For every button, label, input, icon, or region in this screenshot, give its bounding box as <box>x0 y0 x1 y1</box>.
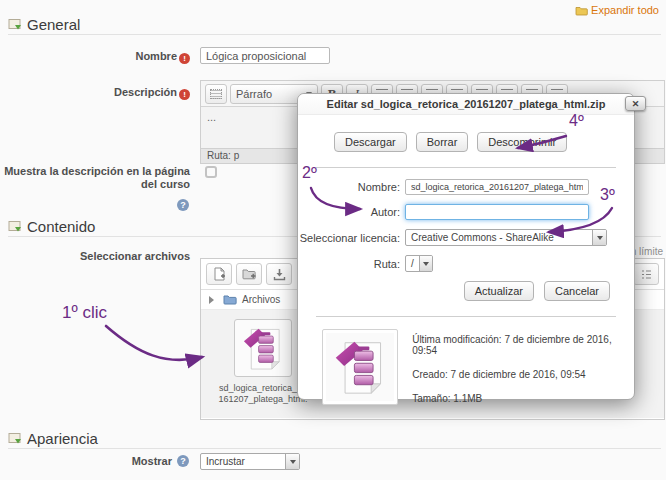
section-collapse-icon <box>8 220 23 233</box>
file-modified-text: Última modificación: 7 de diciembre de 2… <box>412 334 634 356</box>
modal-nombre-input[interactable] <box>405 179 589 195</box>
mostrar-select[interactable]: Incrustar <box>200 453 300 470</box>
section-header-apariencia[interactable]: Apariencia <box>8 430 98 447</box>
borrar-button[interactable]: Borrar <box>416 132 469 152</box>
file-created-text: Creado: 7 de diciembre de 2016, 09:54 <box>412 369 634 380</box>
view-mode-toggle-button[interactable] <box>633 263 659 285</box>
create-folder-icon <box>242 268 257 280</box>
modal-ruta-row: Ruta: / <box>298 255 634 272</box>
file-size-text: Tamaño: 1.1MB <box>412 393 634 404</box>
zip-file-icon <box>241 325 285 372</box>
mostrar-select-value: Incrustar <box>201 456 285 467</box>
descripcion-label-text: Descripción <box>114 86 177 98</box>
required-icon <box>179 53 190 64</box>
modal-autor-input[interactable] <box>405 204 589 220</box>
section-title-general: General <box>27 16 80 33</box>
licencia-select-value: Creative Commons - ShareAlike <box>406 232 592 243</box>
toolbar-toggle-button[interactable] <box>205 84 227 104</box>
file-name-line2: 161207_platega_html. <box>217 394 309 405</box>
zip-file-name: sd_logica_retorica_20 161207_platega_htm… <box>217 383 309 405</box>
create-folder-button[interactable] <box>236 263 262 285</box>
file-name-line1: sd_logica_retorica_20 <box>217 383 309 394</box>
file-info: Última modificación: 7 de diciembre de 2… <box>412 329 634 417</box>
annotation-arrow-step1 <box>106 326 202 360</box>
annotation-step1-label: 1º clic <box>62 303 107 323</box>
section-collapse-icon <box>8 18 23 31</box>
folder-icon <box>223 294 237 305</box>
zip-file-tile[interactable]: sd_logica_retorica_20 161207_platega_htm… <box>217 319 309 405</box>
mostrar-label: Mostrar <box>0 455 172 467</box>
chevron-down-icon <box>419 256 432 271</box>
modal-title: Editar sd_logica_retorica_20161207_plate… <box>298 94 634 115</box>
modal-action-buttons: Descargar Borrar Descomprimir <box>334 132 634 152</box>
zip-file-card[interactable] <box>234 319 292 377</box>
modal-licencia-row: Seleccionar licencia: Creative Commons -… <box>298 229 634 246</box>
chevron-down-icon <box>592 230 606 245</box>
modal-close-button[interactable]: ✕ <box>625 96 646 111</box>
modal-nombre-label: Nombre: <box>298 181 400 193</box>
zip-file-icon <box>332 337 388 397</box>
ruta-select[interactable]: / <box>405 255 433 272</box>
required-icon <box>179 89 190 100</box>
cancelar-button[interactable]: Cancelar <box>544 281 610 301</box>
section-divider <box>8 34 661 35</box>
tree-expand-icon[interactable] <box>209 296 218 304</box>
help-icon[interactable] <box>177 455 189 467</box>
file-thumbnail <box>322 329 398 405</box>
chevron-down-icon <box>285 454 299 469</box>
descripcion-field-label: Descripción <box>0 86 190 100</box>
show-description-checkbox[interactable] <box>205 166 217 178</box>
show-description-label: Muestra la descripción en la página del … <box>0 165 190 191</box>
modal-confirm-buttons: Actualizar Cancelar <box>298 281 610 301</box>
section-divider <box>8 448 661 449</box>
expand-all-link[interactable]: Expandir todo <box>575 4 659 16</box>
modal-licencia-label: Seleccionar licencia: <box>298 232 400 244</box>
section-collapse-icon <box>8 432 23 445</box>
expand-all-label: Expandir todo <box>591 4 659 16</box>
file-preview-section: Última modificación: 7 de diciembre de 2… <box>322 329 634 417</box>
list-view-icon <box>640 269 653 280</box>
tree-root-label: Archivos <box>242 294 280 305</box>
download-icon <box>273 268 286 281</box>
modal-divider <box>316 167 616 168</box>
add-file-icon <box>213 267 226 281</box>
ruta-select-value: / <box>406 258 419 269</box>
moodle-edit-resource-page: Expandir todo General Nombre Descripción… <box>0 0 666 480</box>
edit-file-modal: Editar sd_logica_retorica_20161207_plate… <box>297 93 635 400</box>
help-icon[interactable] <box>177 199 189 211</box>
add-file-button[interactable] <box>206 263 232 285</box>
modal-divider <box>316 316 616 317</box>
section-title-contenido: Contenido <box>27 218 95 235</box>
nombre-label-text: Nombre <box>135 50 177 62</box>
download-all-button[interactable] <box>266 263 292 285</box>
nombre-input[interactable] <box>200 47 330 64</box>
modal-ruta-label: Ruta: <box>298 258 400 270</box>
descargar-button[interactable]: Descargar <box>334 132 407 152</box>
toolbar-toggle-icon <box>210 89 222 99</box>
modal-nombre-row: Nombre: <box>298 179 634 195</box>
paragraph-format-value: Párrafo <box>236 88 272 100</box>
modal-autor-row: Autor: <box>298 204 634 220</box>
select-files-label: Seleccionar archivos <box>0 250 190 263</box>
mostrar-field-row: Mostrar <box>0 455 189 467</box>
nombre-field-label: Nombre <box>0 50 190 64</box>
actualizar-button[interactable]: Actualizar <box>464 281 534 301</box>
folder-icon <box>575 5 588 16</box>
section-header-contenido[interactable]: Contenido <box>8 218 95 235</box>
section-header-general[interactable]: General <box>8 16 80 33</box>
section-title-apariencia: Apariencia <box>27 430 98 447</box>
descomprimir-button[interactable]: Descomprimir <box>477 132 567 152</box>
modal-autor-label: Autor: <box>298 206 400 218</box>
licencia-select[interactable]: Creative Commons - ShareAlike <box>405 229 607 246</box>
